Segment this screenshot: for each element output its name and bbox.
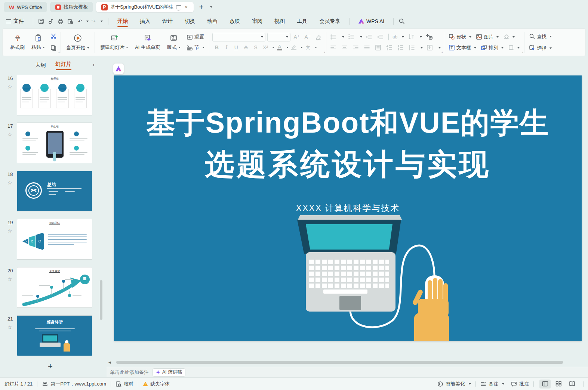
bold-button[interactable]: B xyxy=(212,43,221,52)
pinyin-chevron-icon[interactable] xyxy=(315,47,317,48)
text-direction-button[interactable]: ab xyxy=(392,33,397,41)
sidebar-tab-outline[interactable]: 大纲 xyxy=(36,62,46,69)
menu-tab-view[interactable]: 视图 xyxy=(268,14,291,28)
font-family-combo[interactable] xyxy=(212,33,265,41)
smart-beautify-button[interactable]: 智能美化 xyxy=(437,381,471,387)
slide-thumbnail-16[interactable]: 教师端 xyxy=(17,75,92,115)
section-chevron-icon[interactable] xyxy=(202,47,204,48)
shape-effect-button[interactable] xyxy=(507,44,521,52)
reading-view-button[interactable] xyxy=(566,380,578,389)
close-tab-icon[interactable]: × xyxy=(184,4,188,10)
strikethrough-button[interactable]: A xyxy=(241,43,250,52)
distribute-text-button[interactable] xyxy=(374,44,382,52)
paragraph-dialog-launcher-icon[interactable]: › xyxy=(441,50,444,54)
sidebar-tab-slides[interactable]: 幻灯片 xyxy=(56,61,71,70)
underline-button[interactable]: U xyxy=(232,43,241,52)
insert-dialog-launcher-icon[interactable]: › xyxy=(521,50,524,54)
section-button[interactable]: 节 xyxy=(185,43,206,52)
tab-wps-office[interactable]: W WPS Office xyxy=(4,2,47,12)
menu-tab-slideshow[interactable]: 放映 xyxy=(224,14,246,28)
arrange-chevron-icon[interactable] xyxy=(501,47,504,49)
find-chevron-icon[interactable] xyxy=(549,36,552,37)
slide-thumbnail-17[interactable]: 学生端 xyxy=(17,123,92,163)
proofread-button[interactable]: 校对 xyxy=(116,381,133,387)
slide-thumbnail-19[interactable]: 课题总结 xyxy=(17,219,92,260)
decrease-font-button[interactable]: A⁻ xyxy=(303,33,312,41)
menu-tab-home[interactable]: 开始 xyxy=(111,14,134,28)
save-button[interactable] xyxy=(36,17,46,26)
file-menu[interactable]: 文件 xyxy=(5,14,30,28)
slide-thumbnail-21[interactable]: 感谢聆听 xyxy=(17,315,92,356)
numbering-chevron-icon[interactable] xyxy=(360,36,362,38)
italic-button[interactable]: I xyxy=(222,43,231,52)
star-icon[interactable]: ☆ xyxy=(7,324,12,330)
redo-button[interactable]: ↷ xyxy=(89,17,98,26)
template-source[interactable]: 第一PPT，www.1ppt.com xyxy=(42,381,106,387)
tab-docer-templates[interactable]: 找稻壳模板 xyxy=(50,2,93,12)
text-direction-chevron-icon[interactable] xyxy=(402,36,404,38)
scrollbar-handle[interactable] xyxy=(116,361,563,364)
menu-tab-wps-ai[interactable]: WPS AI xyxy=(353,14,390,28)
menu-tab-membership[interactable]: 会员专享 xyxy=(313,14,346,28)
highlight-button[interactable] xyxy=(289,43,298,52)
picture-chevron-icon[interactable] xyxy=(496,36,499,38)
menu-tab-transition[interactable]: 切换 xyxy=(179,14,201,28)
arrange-button[interactable]: 排列 xyxy=(479,44,505,52)
highlight-chevron-icon[interactable] xyxy=(301,47,303,48)
print-preview-button[interactable] xyxy=(65,17,75,26)
sidebar-scrollbar[interactable] xyxy=(100,280,102,320)
line-spacing-button[interactable] xyxy=(408,44,416,52)
comments-button[interactable]: 批注 xyxy=(511,381,529,387)
paste-chevron-icon[interactable] xyxy=(43,47,45,48)
bullets-chevron-icon[interactable] xyxy=(342,36,344,38)
cut-button[interactable] xyxy=(49,32,58,41)
textbox-button[interactable]: 文本框 xyxy=(447,44,478,52)
paragraph-chevron-icon[interactable] xyxy=(438,47,441,49)
star-icon[interactable]: ☆ xyxy=(7,131,12,137)
effect-chevron-icon[interactable] xyxy=(517,47,520,49)
menu-tab-tools[interactable]: 工具 xyxy=(291,14,313,28)
line-spacing-chevron-icon[interactable] xyxy=(421,47,423,49)
new-tab-button[interactable]: + xyxy=(197,3,206,12)
normal-view-button[interactable] xyxy=(539,380,551,389)
font-dialog-launcher-icon[interactable]: › xyxy=(323,50,326,54)
clear-format-button[interactable] xyxy=(314,33,323,41)
text-shadow-button[interactable]: S xyxy=(251,43,260,52)
play-chevron-icon[interactable] xyxy=(87,47,89,49)
add-slide-button[interactable]: + xyxy=(48,362,53,371)
new-slide-button[interactable]: 新建幻灯片 xyxy=(98,33,130,52)
output-button[interactable] xyxy=(46,17,56,26)
layout-chevron-icon[interactable] xyxy=(178,47,181,48)
format-painter-button[interactable]: 格式刷 xyxy=(8,33,27,52)
star-icon[interactable]: ☆ xyxy=(7,180,12,186)
reset-button[interactable]: 重置 xyxy=(185,33,206,41)
search-icon[interactable] xyxy=(397,17,406,26)
sidebar-collapse-icon[interactable]: ‹ xyxy=(93,62,95,68)
wps-ai-floating-button[interactable] xyxy=(113,64,124,74)
paragraph-settings-button[interactable] xyxy=(426,44,434,52)
undo-button[interactable]: ↶ xyxy=(75,17,85,26)
notes-toggle-button[interactable]: 备注 xyxy=(480,381,504,387)
line-spacing-add-button[interactable] xyxy=(385,44,394,52)
decrease-indent-button[interactable] xyxy=(365,33,373,41)
line-spacing-remove-button[interactable] xyxy=(397,44,405,52)
vertical-text-chevron-icon[interactable] xyxy=(420,36,422,38)
font-color-chevron-icon[interactable] xyxy=(286,47,289,48)
textbox-chevron-icon[interactable] xyxy=(474,47,476,49)
slide-thumbnail-18[interactable]: 总结 xyxy=(17,171,92,211)
select-button[interactable]: 选择 xyxy=(527,44,553,52)
shapes-button[interactable]: 形状 xyxy=(447,33,473,41)
align-left-button[interactable] xyxy=(329,44,338,52)
menu-tab-animation[interactable]: 动画 xyxy=(201,14,224,28)
increase-indent-button[interactable] xyxy=(376,33,385,41)
copy-button[interactable] xyxy=(49,44,58,52)
bullets-button[interactable] xyxy=(329,33,338,41)
vertical-text-button[interactable] xyxy=(407,33,415,41)
ai-generate-page-button[interactable]: P AI 生成单页 xyxy=(133,33,163,52)
pinyin-guide-button[interactable]: 文 xyxy=(304,43,313,52)
numbering-button[interactable] xyxy=(347,33,355,41)
notes-placeholder[interactable]: 单击此处添加备注 xyxy=(110,369,149,376)
new-slide-chevron-icon[interactable] xyxy=(126,47,128,48)
tab-presentation-active[interactable]: P 基于SpringBoot和VUE的学生 × xyxy=(96,2,194,12)
slide-thumbnail-20[interactable]: 未来展望 xyxy=(17,267,92,308)
